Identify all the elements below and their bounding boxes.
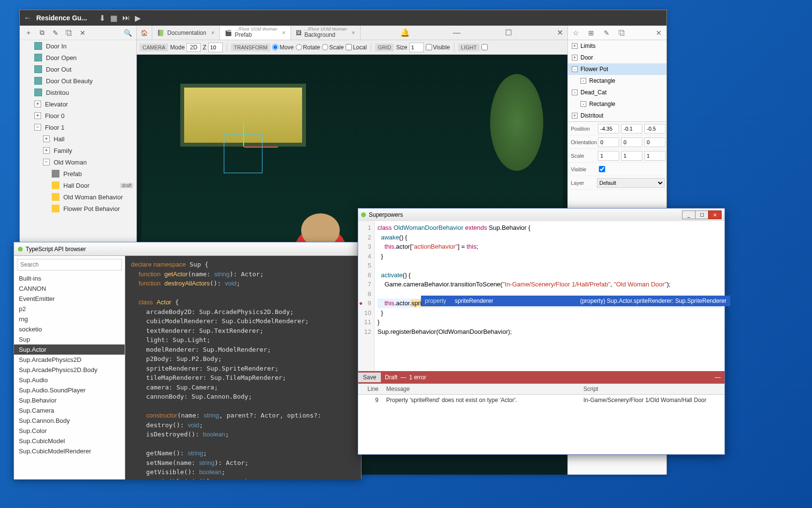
api-item[interactable]: EventEmitter — [14, 294, 125, 304]
delete-icon[interactable]: ✕ — [78, 28, 87, 38]
tree-item[interactable]: Old Woman Behavior — [20, 191, 136, 203]
maximize-icon[interactable]: ☐ — [501, 26, 516, 40]
tree-item[interactable]: Hall Doordraft — [20, 179, 136, 191]
home-tab[interactable]: 🏠 — [137, 26, 152, 40]
scale-x-input[interactable] — [598, 151, 619, 161]
rename-icon[interactable]: ✎ — [51, 28, 60, 38]
api-item[interactable]: Sup.Audio.SoundPlayer — [14, 385, 125, 395]
notifications-icon[interactable]: 🔔 — [398, 26, 412, 40]
code-titlebar[interactable]: Superpowers _ ☐ ✕ — [358, 209, 725, 221]
position-z-input[interactable] — [644, 124, 666, 134]
close-button[interactable]: ✕ — [708, 210, 722, 219]
maximize-button[interactable]: ☐ — [695, 210, 709, 219]
minimize-icon[interactable]: — — [450, 26, 464, 40]
tree-item[interactable]: −Old Woman — [20, 156, 136, 168]
tree-item[interactable]: Door In — [20, 40, 136, 52]
api-item[interactable]: Sup.Actor — [14, 344, 125, 355]
code-area[interactable]: class OldWomanDoorBehavior extends Sup.B… — [375, 221, 725, 371]
delete-node-icon[interactable]: ✕ — [651, 26, 667, 40]
play-step-icon[interactable]: ⏭ — [122, 14, 130, 22]
visible-checkbox[interactable] — [599, 166, 605, 172]
scale-radio[interactable]: Scale — [322, 44, 344, 51]
download-icon[interactable]: ⬇ — [99, 14, 105, 23]
close-icon[interactable]: × — [282, 30, 286, 36]
tree-item[interactable]: Door Out — [20, 63, 136, 75]
api-search-input[interactable] — [17, 259, 122, 270]
tab-background[interactable]: 🖼 .../Floor 1/Old Woman Background × — [291, 26, 361, 40]
hierarchy-tree[interactable]: +Limits+Door-Flower Pot-Rectangle-Dead_C… — [568, 40, 667, 121]
z-input[interactable] — [208, 43, 223, 52]
close-window-icon[interactable]: ✕ — [553, 26, 567, 40]
back-icon[interactable]: ← — [24, 14, 31, 22]
api-item[interactable]: p2 — [14, 304, 125, 314]
star-icon[interactable]: ☆ — [568, 26, 583, 40]
light-checkbox[interactable] — [481, 44, 488, 50]
api-item[interactable]: Sup.ArcadePhysics2D — [14, 355, 125, 365]
api-item[interactable]: Sup — [14, 334, 125, 344]
tree-item[interactable]: +Floor 0 — [20, 110, 136, 121]
api-item[interactable]: Sup.Behavior — [14, 395, 125, 405]
scale-y-input[interactable] — [621, 151, 642, 161]
api-item[interactable]: Built-ins — [14, 273, 125, 284]
rotate-radio[interactable]: Rotate — [296, 44, 320, 51]
api-item[interactable]: socketio — [14, 324, 125, 334]
rename-node-icon[interactable]: ✎ — [599, 26, 614, 40]
position-y-input[interactable] — [621, 124, 642, 134]
api-code-view[interactable]: declare namespace Sup { function getActo… — [125, 256, 361, 479]
api-item[interactable]: rng — [14, 314, 125, 324]
position-x-input[interactable] — [598, 124, 619, 134]
tree-item[interactable]: −Floor 1 — [20, 121, 136, 133]
api-item[interactable]: Sup.ArcadePhysics2D.Body — [14, 365, 125, 375]
tree-item[interactable]: +Elevator — [20, 98, 136, 110]
api-item[interactable]: Sup.Color — [14, 426, 125, 436]
tab-prefab[interactable]: 🎬 .../Floor 1/Old Woman Prefab × — [220, 26, 291, 40]
api-list[interactable]: Built-insCANNONEventEmitterp2rngsocketio… — [14, 273, 125, 479]
collapse-icon[interactable]: — — [715, 374, 721, 381]
minimize-button[interactable]: _ — [682, 210, 696, 219]
tree-item[interactable]: Door Open — [20, 52, 136, 63]
orientation-y-input[interactable] — [621, 137, 642, 147]
tree-item[interactable]: Flower Pot Behavior — [20, 203, 136, 214]
tab-documentation[interactable]: 📗 Documentation × — [152, 26, 220, 40]
hierarchy-item[interactable]: +Limits — [568, 40, 667, 52]
scale-z-input[interactable] — [644, 151, 666, 161]
hierarchy-item[interactable]: +Door — [568, 52, 667, 63]
add-node-icon[interactable]: ⊞ — [583, 26, 599, 40]
hierarchy-item[interactable]: -Flower Pot — [568, 63, 667, 75]
tree-item[interactable]: +Hall — [20, 133, 136, 145]
orientation-z-input[interactable] — [644, 137, 666, 147]
api-item[interactable]: CANNON — [14, 284, 125, 294]
layer-select[interactable]: Default — [597, 178, 665, 188]
duplicate-node-icon[interactable]: ⿻ — [614, 26, 630, 40]
grid-size-input[interactable] — [409, 43, 424, 52]
error-row[interactable]: 9 Property 'spriteRend' does not exist o… — [358, 395, 725, 405]
autocomplete-popup[interactable]: property spriteRenderer (property) Sup.A… — [421, 296, 730, 306]
code-editor[interactable]: 123456789101112 class OldWomanDoorBehavi… — [358, 221, 725, 371]
search-icon[interactable]: 🔍 — [123, 28, 132, 38]
api-item[interactable]: Sup.CubicModelRenderer — [14, 446, 125, 456]
tree-item[interactable]: Distritou — [20, 87, 136, 98]
local-checkbox[interactable]: Local — [346, 44, 367, 51]
hierarchy-item[interactable]: -Dead_Cat — [568, 87, 667, 98]
close-icon[interactable]: × — [211, 30, 215, 36]
tree-item[interactable]: Door Out Beauty — [20, 75, 136, 87]
orientation-x-input[interactable] — [598, 137, 619, 147]
new-folder-icon[interactable]: ⧉ — [37, 28, 47, 38]
save-button[interactable]: Save — [358, 373, 381, 382]
hierarchy-item[interactable]: +Distritout — [568, 110, 667, 121]
duplicate-icon[interactable]: ⿻ — [64, 28, 74, 38]
api-item[interactable]: Sup.Audio — [14, 375, 125, 385]
hierarchy-item[interactable]: -Rectangle — [568, 98, 667, 110]
hierarchy-item[interactable]: -Rectangle — [568, 75, 667, 87]
api-item[interactable]: Sup.Camera — [14, 405, 125, 416]
grid-visible-checkbox[interactable]: Visible — [426, 44, 450, 51]
tree-item[interactable]: +Family — [20, 145, 136, 156]
mode-2d-button[interactable]: 2D — [187, 43, 201, 52]
play-icon[interactable]: ▶ — [135, 14, 141, 23]
close-icon[interactable]: × — [352, 30, 355, 36]
tree-item[interactable]: Prefab — [20, 168, 136, 179]
api-item[interactable]: Sup.Cannon.Body — [14, 416, 125, 426]
debug-icon[interactable]: ▦ — [110, 14, 117, 23]
move-radio[interactable]: Move — [272, 44, 293, 51]
new-asset-icon[interactable]: ＋ — [24, 28, 33, 38]
